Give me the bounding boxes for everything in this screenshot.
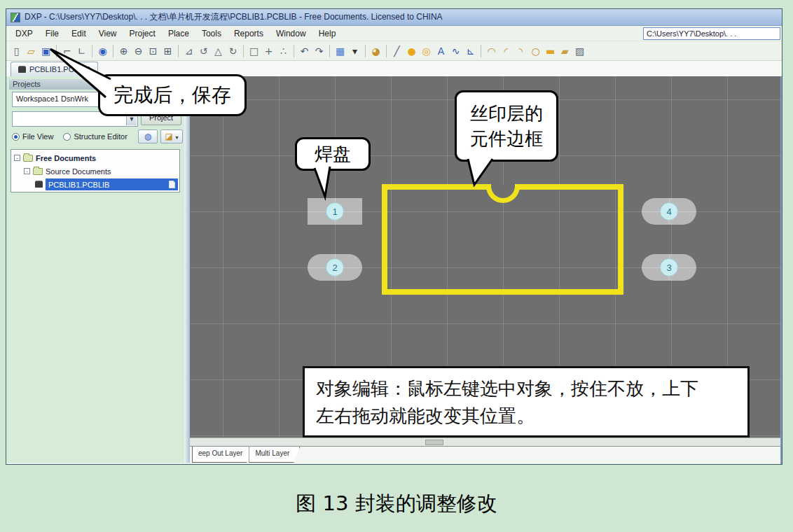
pad-4[interactable]: 4 bbox=[642, 198, 696, 225]
open-folder-icon[interactable]: ▱ bbox=[24, 43, 39, 58]
undo-icon[interactable]: ↶ bbox=[297, 43, 312, 58]
line-tool-icon[interactable]: ╱ bbox=[389, 43, 404, 58]
pcblib-icon bbox=[35, 181, 43, 188]
paste-special-icon[interactable]: ▨ bbox=[572, 43, 587, 58]
panel-splitter[interactable] bbox=[184, 76, 190, 463]
pad-2[interactable]: 2 bbox=[308, 254, 362, 281]
document-icon bbox=[169, 181, 175, 188]
window-title: DXP - C:\Users\YY7\Desktop\. . . 文档\单片机开… bbox=[25, 11, 443, 23]
array-paste-icon[interactable]: ∴ bbox=[276, 43, 291, 58]
toolbar-separator bbox=[365, 45, 366, 57]
rectangle-tool-icon[interactable]: □ bbox=[247, 43, 261, 58]
rotate-cw-icon[interactable]: ↻ bbox=[226, 43, 240, 58]
zoom-out-icon[interactable]: ⊖ bbox=[131, 43, 146, 58]
tree-item-free-documents[interactable]: - Free Documents bbox=[11, 151, 179, 164]
menu-place[interactable]: Place bbox=[162, 27, 195, 41]
zoom-document-icon[interactable]: ⊞ bbox=[160, 43, 175, 58]
toolbar-separator bbox=[329, 45, 330, 57]
angle-line-icon[interactable]: ⌐ bbox=[60, 43, 74, 58]
arc-center-icon[interactable]: ◠ bbox=[484, 43, 499, 58]
toolbar-separator bbox=[178, 45, 179, 57]
fill-tool-icon[interactable]: ▬ bbox=[543, 43, 558, 58]
path-combo[interactable]: C:\Users\YY7\Desktop\. . . bbox=[643, 27, 780, 40]
toolbar-separator bbox=[481, 45, 481, 57]
file-view-label: File View bbox=[22, 132, 53, 141]
pad-number: 4 bbox=[660, 202, 678, 220]
polygon-tool-icon[interactable]: ▰ bbox=[558, 43, 572, 58]
move-tool-icon[interactable]: + bbox=[261, 43, 276, 58]
rotate-ccw-icon[interactable]: ↺ bbox=[196, 43, 211, 58]
figure-caption: 图 13 封装的调整修改 bbox=[0, 490, 793, 518]
navigator-button[interactable]: ◍ bbox=[138, 130, 158, 144]
file-view-radio[interactable] bbox=[12, 133, 20, 141]
cutter-icon[interactable]: ⊿ bbox=[181, 43, 196, 58]
menu-reports[interactable]: Reports bbox=[228, 27, 270, 41]
via-tool-icon[interactable]: ◎ bbox=[419, 43, 434, 58]
scrollbar-thumb[interactable] bbox=[425, 440, 443, 445]
menu-view[interactable]: View bbox=[92, 27, 123, 41]
workspace-combo-value: Workspace1 DsnWrk bbox=[16, 94, 88, 103]
pad-3[interactable]: 3 bbox=[642, 254, 696, 281]
menu-file[interactable]: File bbox=[39, 27, 65, 41]
collapse-icon[interactable]: - bbox=[14, 155, 20, 161]
page: DXP - C:\Users\YY7\Desktop\. . . 文档\单片机开… bbox=[0, 0, 793, 532]
note-line1: 对象编辑：鼠标左键选中对象，按住不放，上下 bbox=[316, 375, 736, 402]
menu-tools[interactable]: Tools bbox=[195, 27, 228, 41]
pad-callout: 焊盘 bbox=[295, 137, 371, 171]
tree-item-pcblib[interactable]: PCBLIB1.PCBLIB bbox=[11, 178, 179, 191]
pad-number: 2 bbox=[326, 258, 344, 276]
tab-pcblib1[interactable]: PCBLIB1.PCBLIB bbox=[11, 62, 98, 76]
board-view-icon[interactable]: ◉ bbox=[95, 43, 110, 58]
toolbar-separator bbox=[386, 45, 387, 57]
pad-callout-text: 焊盘 bbox=[315, 142, 351, 167]
grid-dropdown-icon[interactable]: ▾ bbox=[347, 43, 362, 58]
silk-callout-line1: 丝印层的 bbox=[470, 101, 543, 126]
browser-icon[interactable]: ◕ bbox=[368, 43, 383, 58]
grid-settings-icon[interactable]: ▦ bbox=[333, 43, 347, 58]
save-icon[interactable]: ▣ bbox=[39, 43, 53, 58]
toolbar-separator bbox=[294, 45, 294, 57]
structure-editor-radio[interactable] bbox=[63, 133, 71, 141]
redo-icon[interactable]: ↷ bbox=[312, 43, 326, 58]
angle-line-2-icon[interactable]: ∟ bbox=[74, 43, 89, 58]
menu-window[interactable]: Window bbox=[270, 27, 312, 41]
menu-help[interactable]: Help bbox=[312, 27, 343, 41]
chevron-down-icon: ▾ bbox=[176, 134, 179, 141]
zoom-area-icon[interactable]: ⊡ bbox=[146, 43, 160, 58]
tree-label: Source Documents bbox=[46, 167, 111, 176]
menu-project[interactable]: Project bbox=[123, 27, 162, 41]
titlebar[interactable]: DXP - C:\Users\YY7\Desktop\. . . 文档\单片机开… bbox=[6, 9, 782, 26]
string-tool-icon[interactable]: A bbox=[434, 43, 448, 58]
tree-item-source-documents[interactable]: - Source Documents bbox=[11, 164, 179, 178]
pad-tool-icon[interactable]: ● bbox=[404, 43, 419, 58]
collapse-icon[interactable]: - bbox=[24, 168, 30, 174]
structure-editor-label: Structure Editor bbox=[74, 132, 127, 141]
menu-edit[interactable]: Edit bbox=[65, 27, 92, 41]
instruction-note: 对象编辑：鼠标左键选中对象，按住不放，上下 左右拖动就能改变其位置。 bbox=[303, 366, 750, 438]
full-circle-icon[interactable]: ○ bbox=[528, 43, 543, 58]
dimension-tool-icon[interactable]: ⊾ bbox=[463, 43, 478, 58]
arc-edge-icon[interactable]: ◜ bbox=[499, 43, 513, 58]
new-document-icon[interactable]: ▯ bbox=[9, 43, 24, 58]
save-callout: 完成后，保存 bbox=[98, 74, 247, 116]
canvas-area: 1 2 3 4 焊盘 丝印层的 元 bbox=[190, 76, 780, 463]
projects-panel: Projects Workspace1 DsnWrk ▼ ▼ Project F… bbox=[6, 76, 184, 463]
pad-1[interactable]: 1 bbox=[308, 198, 362, 225]
toolbar-separator bbox=[243, 45, 244, 57]
selected-tree-row[interactable]: PCBLIB1.PCBLIB bbox=[46, 178, 178, 190]
layer-tab-0[interactable]: eep Out Layer bbox=[192, 447, 253, 463]
pcb-canvas[interactable]: 1 2 3 4 焊盘 丝印层的 元 bbox=[190, 76, 780, 438]
mirror-icon[interactable]: △ bbox=[211, 43, 226, 58]
menu-dxp[interactable]: DXP bbox=[9, 27, 39, 41]
horizontal-scrollbar[interactable] bbox=[190, 438, 780, 446]
toolbar: ▯▱▣⌐∟◉⊕⊖⊡⊞⊿↺△↻□+∴↶↷▦▾◕╱●◎A∿⊾◠◜◝○▬▰▨ bbox=[6, 41, 782, 61]
open-project-dropdown-button[interactable]: ◪ ▾ bbox=[160, 130, 183, 144]
polyline-tool-icon[interactable]: ∿ bbox=[448, 43, 463, 58]
zoom-in-icon[interactable]: ⊕ bbox=[116, 43, 131, 58]
tab-label: PCBLIB1.PCBLIB bbox=[29, 65, 90, 74]
layer-tab-1[interactable]: Multi Layer bbox=[249, 447, 300, 463]
menubar: DXPFileEditViewProjectPlaceToolsReportsW… bbox=[6, 26, 782, 41]
pad-number: 3 bbox=[660, 258, 678, 276]
toolbar-separator bbox=[92, 45, 92, 57]
arc-any-icon[interactable]: ◝ bbox=[513, 43, 528, 58]
